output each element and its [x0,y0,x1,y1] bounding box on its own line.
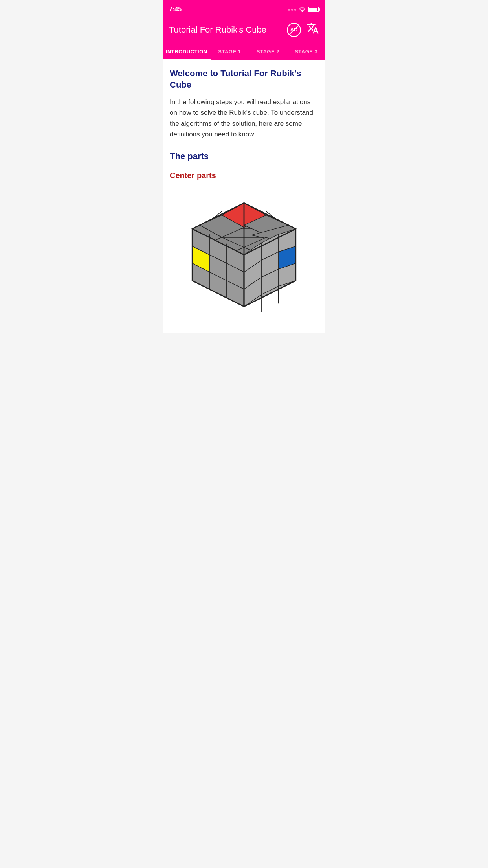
intro-text: In the following steps you will read exp… [170,97,318,140]
app-header: Tutorial For Rubik's Cube AD [163,17,325,43]
cube-illustration [170,188,318,326]
section-title: The parts [170,151,318,162]
header-icons: AD [287,22,319,37]
status-time: 7:45 [169,6,182,13]
tabs: INTRODUCTION STAGE 1 STAGE 2 STAGE 3 [163,43,325,60]
signal-dots [288,9,296,11]
tab-stage2[interactable]: STAGE 2 [249,43,287,60]
rubiks-cube-svg [181,192,307,318]
ad-block-icon[interactable]: AD [287,23,301,37]
app-title: Tutorial For Rubik's Cube [169,25,266,35]
wifi-icon [299,7,306,12]
tab-stage3[interactable]: STAGE 3 [287,43,325,60]
battery-fill [309,8,317,11]
translate-icon[interactable] [306,22,319,37]
subsection-title: Center parts [170,171,318,180]
status-bar: 7:45 [163,0,325,17]
tab-stage1[interactable]: STAGE 1 [211,43,249,60]
welcome-title: Welcome to Tutorial For Rubik's Cube [170,68,318,90]
battery-icon [308,7,319,12]
status-icons [288,7,319,12]
tab-introduction[interactable]: INTRODUCTION [163,43,211,60]
content-area: Welcome to Tutorial For Rubik's Cube In … [163,60,325,333]
